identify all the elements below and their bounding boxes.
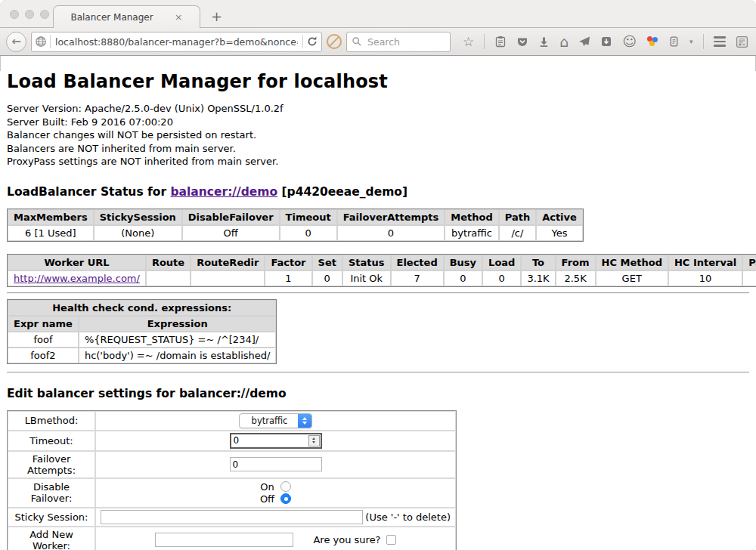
- pocket-icon[interactable]: [516, 36, 528, 48]
- server-version-line: Server Version: Apache/2.5.0-dev (Unix) …: [7, 102, 749, 116]
- col-from: From: [556, 255, 596, 270]
- persist-note-line: Balancer changes will NOT be persisted o…: [7, 128, 749, 142]
- health-check-table: Health check cond. expressions: Expr nam…: [7, 299, 277, 364]
- downloads-icon[interactable]: [538, 36, 550, 48]
- color-dots-icon[interactable]: [646, 36, 658, 47]
- url-input[interactable]: [54, 36, 299, 48]
- divider: [7, 372, 749, 373]
- cell-passes: 1 (0): [742, 270, 756, 286]
- cell-route: [146, 270, 191, 286]
- bookmark-star-icon[interactable]: ☆: [463, 36, 474, 48]
- reading-list-icon[interactable]: [494, 36, 507, 48]
- zoom-window-button[interactable]: [40, 10, 49, 19]
- tab-bar: Balancer Manager × +: [0, 0, 756, 28]
- cell-hc-method: GET: [596, 270, 668, 286]
- table-row: http://www.example.com/ 1 0 Init Ok 7 0 …: [8, 270, 756, 286]
- back-button[interactable]: ←: [6, 32, 26, 52]
- extension-grid-icon[interactable]: [736, 36, 748, 48]
- send-tab-icon[interactable]: [578, 36, 590, 48]
- timeout-label: Timeout:: [8, 431, 95, 451]
- navigation-toolbar: ← ☆: [0, 28, 756, 56]
- search-input[interactable]: [366, 36, 434, 48]
- toolbar-divider: [484, 34, 485, 49]
- col-busy: Busy: [444, 255, 482, 270]
- form-row-lbmethod: LBmethod: bytraffic: [8, 411, 456, 431]
- col-hc-method: HC Method: [596, 255, 668, 270]
- add-worker-input[interactable]: [155, 533, 293, 547]
- timeout-input[interactable]: [231, 435, 308, 446]
- radio-off-label: Off: [260, 493, 274, 505]
- reload-icon[interactable]: [306, 36, 318, 48]
- failover-attempts-input[interactable]: [230, 457, 322, 471]
- col-expression: Expression: [79, 316, 277, 332]
- disable-failover-label: Disable Failover:: [8, 478, 95, 508]
- close-window-button[interactable]: [10, 10, 19, 19]
- cell-expression: hc('body') =~ /domain is established/: [79, 348, 277, 363]
- table-row: 6 [1 Used] (None) Off 0 0 bytraffic /c/ …: [8, 225, 583, 241]
- balancer-demo-link[interactable]: balancer://demo: [170, 185, 277, 199]
- new-tab-button[interactable]: +: [211, 8, 222, 27]
- browser-window: Balancer Manager × + ← ☆: [0, 0, 756, 550]
- are-you-sure-checkbox[interactable]: [386, 535, 396, 545]
- disable-failover-off-radio[interactable]: [280, 493, 291, 504]
- cell-worker-url: http://www.example.com/: [8, 270, 146, 286]
- smiley-icon[interactable]: ☺: [622, 35, 637, 48]
- failover-attempts-label: Failover Attempts:: [8, 451, 95, 478]
- table-row: foof2 hc('body') =~ /domain is establish…: [8, 348, 276, 363]
- minimize-window-button[interactable]: [25, 10, 34, 19]
- panel-download-icon[interactable]: [600, 36, 612, 48]
- col-route: Route: [146, 255, 191, 270]
- url-bar[interactable]: [31, 32, 322, 52]
- form-row-add-worker: Add New Worker: Are you sure?: [8, 527, 456, 550]
- number-spinner-icon[interactable]: [308, 435, 320, 446]
- lbmethod-label: LBmethod:: [8, 411, 95, 431]
- menu-icon[interactable]: [714, 36, 726, 47]
- col-method: Method: [445, 209, 498, 225]
- search-icon: [352, 36, 362, 47]
- disable-failover-on-radio[interactable]: [280, 481, 291, 492]
- col-set: Set: [312, 255, 342, 270]
- table-title-row: Health check cond. expressions:: [8, 300, 276, 316]
- home-icon[interactable]: ⌂: [559, 35, 569, 49]
- col-active: Active: [536, 209, 583, 225]
- battery-panel-icon[interactable]: [668, 36, 680, 48]
- radio-on-label: On: [260, 481, 274, 493]
- add-worker-label: Add New Worker:: [8, 527, 95, 550]
- sticky-session-input[interactable]: [101, 510, 363, 524]
- form-row-failover-attempts: Failover Attempts:: [8, 451, 456, 478]
- are-you-sure-label: Are you sure?: [313, 534, 380, 545]
- sticky-session-label: Sticky Session:: [8, 508, 95, 527]
- table-header-row: MaxMembers StickySession DisableFailover…: [8, 209, 583, 225]
- cell-maxmembers: 6 [1 Used]: [8, 225, 94, 241]
- col-timeout: Timeout: [280, 209, 337, 225]
- col-disablefailover: DisableFailover: [182, 209, 280, 225]
- chevron-down-icon[interactable]: ▾: [689, 38, 693, 45]
- form-row-timeout: Timeout:: [8, 431, 456, 451]
- col-passes: Passes: [742, 255, 756, 270]
- cell-stickysession: (None): [94, 225, 182, 241]
- toolbar-icons: ☆ ⌂ ☺ ▾: [463, 34, 748, 49]
- sticky-session-note: (Use '-' to delete): [365, 511, 451, 523]
- worker-url-link[interactable]: http://www.example.com/: [14, 273, 140, 284]
- cell-path: /c/: [499, 225, 536, 241]
- lbmethod-select[interactable]: bytraffic: [239, 413, 313, 428]
- server-info: Server Version: Apache/2.5.0-dev (Unix) …: [7, 102, 749, 168]
- status-heading-prefix: LoadBalancer Status for: [7, 185, 170, 199]
- col-failoverattempts: FailoverAttempts: [337, 209, 445, 225]
- proxypass-note-line: ProxyPass settings are NOT inherited fro…: [7, 155, 749, 168]
- tab-balancer-manager[interactable]: Balancer Manager ×: [53, 5, 200, 28]
- search-bar[interactable]: [346, 32, 451, 52]
- cell-routeredir: [191, 270, 265, 286]
- tab-close-icon[interactable]: ×: [175, 11, 183, 23]
- cell-factor: 1: [265, 270, 311, 286]
- worker-status-table: Worker URL Route RouteRedir Factor Set S…: [7, 254, 756, 287]
- col-load: Load: [482, 255, 521, 270]
- col-path: Path: [499, 209, 536, 225]
- blocked-plugin-icon[interactable]: [327, 34, 342, 49]
- cell-active: Yes: [536, 225, 583, 241]
- cell-disablefailover: Off: [182, 225, 280, 241]
- form-row-sticky-session: Sticky Session: (Use '-' to delete): [8, 508, 456, 527]
- divider: [7, 292, 749, 294]
- tab-title: Balancer Manager: [70, 12, 153, 23]
- edit-balancer-form: LBmethod: bytraffic Timeout:: [7, 410, 457, 550]
